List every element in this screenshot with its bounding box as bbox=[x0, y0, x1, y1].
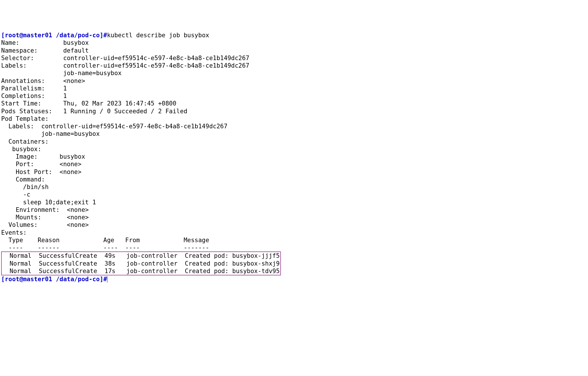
field-annotations-key: Annotations: bbox=[1, 77, 63, 84]
field-parallelism-key: Parallelism: bbox=[1, 85, 63, 92]
field-completions-key: Completions: bbox=[1, 92, 63, 99]
pt-image: Image: busybox bbox=[1, 153, 85, 160]
pt-labels-line1: Labels: controller-uid=ef59514c-e597-4e8… bbox=[1, 123, 227, 130]
field-podtemplate-key: Pod Template: bbox=[1, 115, 48, 122]
events-divider: ---- ------ ---- ---- ------- bbox=[1, 244, 209, 251]
events-key: Events: bbox=[1, 229, 27, 236]
field-name-value: busybox bbox=[63, 39, 89, 46]
pt-volumes: Volumes: <none> bbox=[1, 221, 89, 228]
pt-cmd-arg2: -c bbox=[1, 191, 30, 198]
events-header: Type Reason Age From Message bbox=[1, 237, 209, 244]
field-podstatuses-key: Pods Statuses: bbox=[1, 108, 63, 115]
field-labels-value-1: controller-uid=ef59514c-e597-4e8c-b4a8-c… bbox=[63, 62, 249, 69]
field-labels-key: Labels: bbox=[1, 62, 63, 69]
field-starttime-value: Thu, 02 Mar 2023 16:47:45 +0800 bbox=[63, 100, 176, 107]
field-parallelism-value: 1 bbox=[63, 85, 67, 92]
prompt-path: /data/pod-co bbox=[56, 32, 100, 39]
field-selector-key: Selector: bbox=[1, 55, 63, 62]
event-row-2: Normal SuccessfulCreate 38s job-controll… bbox=[2, 260, 280, 267]
events-highlight-box: Normal SuccessfulCreate 49s job-controll… bbox=[1, 251, 281, 275]
pt-hostport: Host Port: <none> bbox=[1, 168, 81, 175]
prompt-user-host-2: [root@master01 bbox=[1, 276, 56, 283]
pt-mounts: Mounts: <none> bbox=[1, 214, 89, 221]
pt-containers: Containers: bbox=[1, 138, 48, 145]
field-name-key: Name: bbox=[1, 39, 63, 46]
prompt-hash: ]# bbox=[100, 32, 107, 39]
field-annotations-value: <none> bbox=[63, 77, 85, 84]
cursor-icon bbox=[107, 276, 107, 283]
prompt-path-2: /data/pod-co bbox=[56, 276, 100, 283]
pt-command: Command: bbox=[1, 176, 45, 183]
pt-container-name: busybox: bbox=[1, 146, 41, 153]
field-starttime-key: Start Time: bbox=[1, 100, 63, 107]
pt-environment: Environment: <none> bbox=[1, 206, 89, 213]
event-row-1: Normal SuccessfulCreate 49s job-controll… bbox=[2, 252, 280, 259]
prompt-hash-2: ]# bbox=[100, 276, 107, 283]
pt-port: Port: <none> bbox=[1, 161, 81, 168]
pt-cmd-arg3: sleep 10;date;exit 1 bbox=[1, 199, 96, 206]
field-namespace-key: Namespace: bbox=[1, 47, 63, 54]
field-labels-value-2: job-name=busybox bbox=[1, 70, 122, 77]
pt-labels-line2: job-name=busybox bbox=[1, 130, 100, 137]
field-namespace-value: default bbox=[63, 47, 89, 54]
field-completions-value: 1 bbox=[63, 92, 67, 99]
terminal-output[interactable]: [root@master01 /data/pod-co]#kubectl des… bbox=[1, 32, 587, 283]
prompt-user-host: [root@master01 bbox=[1, 32, 56, 39]
field-selector-value: controller-uid=ef59514c-e597-4e8c-b4a8-c… bbox=[63, 55, 249, 62]
command-text: kubectl describe job busybox bbox=[107, 32, 209, 39]
event-row-3: Normal SuccessfulCreate 17s job-controll… bbox=[2, 268, 280, 275]
field-podstatuses-value: 1 Running / 0 Succeeded / 2 Failed bbox=[63, 108, 187, 115]
pt-cmd-arg1: /bin/sh bbox=[1, 184, 48, 190]
